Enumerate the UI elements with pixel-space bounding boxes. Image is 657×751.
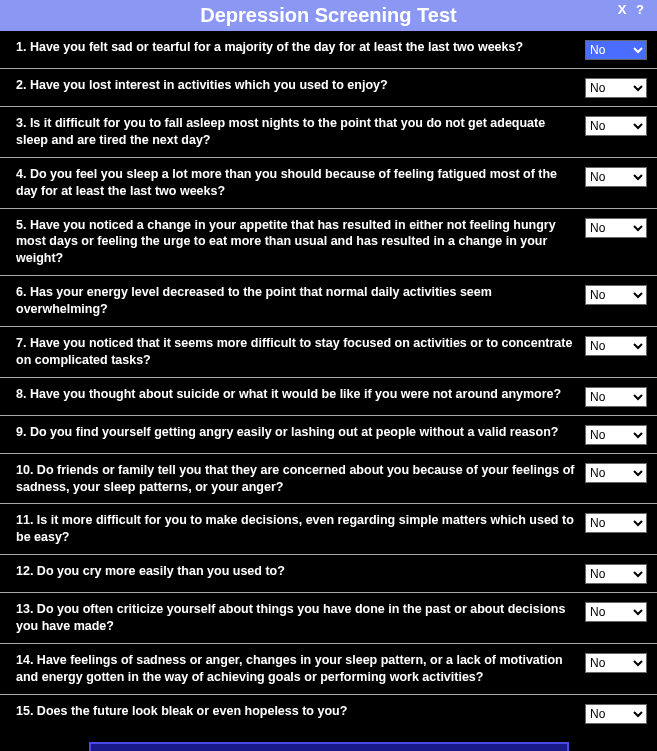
answer-select[interactable]: NoYes <box>585 602 647 622</box>
question-text: 2. Have you lost interest in activities … <box>16 77 585 94</box>
question-row: 2. Have you lost interest in activities … <box>0 69 657 107</box>
answer-select[interactable]: NoYes <box>585 425 647 445</box>
close-button[interactable]: X <box>618 2 630 17</box>
question-row: 1. Have you felt sad or tearful for a ma… <box>0 31 657 69</box>
answer-select[interactable]: NoYes <box>585 513 647 533</box>
answer-select[interactable]: NoYes <box>585 387 647 407</box>
question-row: 13. Do you often criticize yourself abou… <box>0 593 657 644</box>
answer-select[interactable]: NoYes <box>585 40 647 60</box>
question-row: 12. Do you cry more easily than you used… <box>0 555 657 593</box>
question-row: 11. Is it more difficult for you to make… <box>0 504 657 555</box>
answer-select[interactable]: NoYes <box>585 167 647 187</box>
questionnaire: 1. Have you felt sad or tearful for a ma… <box>0 31 657 732</box>
question-text: 12. Do you cry more easily than you used… <box>16 563 585 580</box>
answer-select[interactable]: NoYes <box>585 285 647 305</box>
answer-select[interactable]: NoYes <box>585 564 647 584</box>
question-text: 10. Do friends or family tell you that t… <box>16 462 585 496</box>
question-row: 9. Do you find yourself getting angry ea… <box>0 416 657 454</box>
question-text: 13. Do you often criticize yourself abou… <box>16 601 585 635</box>
question-row: 4. Do you feel you sleep a lot more than… <box>0 158 657 209</box>
window-header: Depression Screening Test X ? <box>0 0 657 31</box>
question-text: 6. Has your energy level decreased to th… <box>16 284 585 318</box>
question-text: 15. Does the future look bleak or even h… <box>16 703 585 720</box>
question-row: 7. Have you noticed that it seems more d… <box>0 327 657 378</box>
question-row: 10. Do friends or family tell you that t… <box>0 454 657 505</box>
question-row: 8. Have you thought about suicide or wha… <box>0 378 657 416</box>
question-row: 5. Have you noticed a change in your app… <box>0 209 657 277</box>
question-text: 9. Do you find yourself getting angry ea… <box>16 424 585 441</box>
answer-select[interactable]: NoYes <box>585 336 647 356</box>
question-text: 4. Do you feel you sleep a lot more than… <box>16 166 585 200</box>
answer-select[interactable]: NoYes <box>585 463 647 483</box>
question-text: 5. Have you noticed a change in your app… <box>16 217 585 268</box>
question-text: 7. Have you noticed that it seems more d… <box>16 335 585 369</box>
help-button[interactable]: ? <box>636 2 647 17</box>
question-row: 6. Has your energy level decreased to th… <box>0 276 657 327</box>
window-title: Depression Screening Test <box>200 4 456 26</box>
header-controls: X ? <box>618 2 647 17</box>
answer-select[interactable]: NoYes <box>585 78 647 98</box>
question-text: 8. Have you thought about suicide or wha… <box>16 386 585 403</box>
answer-select[interactable]: NoYes <box>585 704 647 724</box>
question-text: 1. Have you felt sad or tearful for a ma… <box>16 39 585 56</box>
footer: Score Your Test <box>0 732 657 751</box>
question-row: 3. Is it difficult for you to fall aslee… <box>0 107 657 158</box>
answer-select[interactable]: NoYes <box>585 116 647 136</box>
score-button[interactable]: Score Your Test <box>89 742 569 751</box>
question-text: 14. Have feelings of sadness or anger, c… <box>16 652 585 686</box>
question-row: 14. Have feelings of sadness or anger, c… <box>0 644 657 695</box>
question-row: 15. Does the future look bleak or even h… <box>0 695 657 732</box>
question-text: 3. Is it difficult for you to fall aslee… <box>16 115 585 149</box>
answer-select[interactable]: NoYes <box>585 218 647 238</box>
question-text: 11. Is it more difficult for you to make… <box>16 512 585 546</box>
answer-select[interactable]: NoYes <box>585 653 647 673</box>
